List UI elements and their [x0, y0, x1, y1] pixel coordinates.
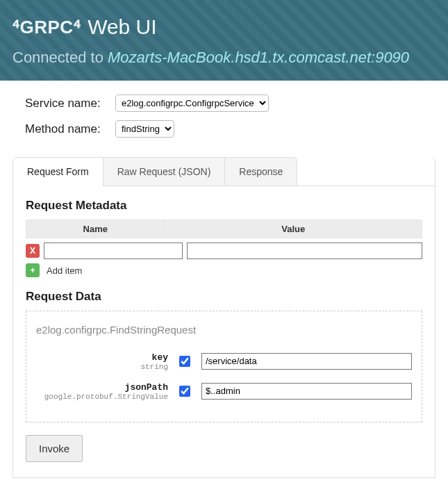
field-input-jsonpath[interactable] — [201, 383, 412, 400]
delete-row-button[interactable]: X — [26, 244, 40, 258]
field-type-jsonpath: google.protobuf.StringValue — [36, 393, 168, 401]
app-title: Web UI — [88, 15, 156, 39]
field-input-key[interactable] — [201, 353, 412, 370]
metadata-value-input[interactable] — [187, 243, 422, 259]
app-header: ⁴GRPC⁴ Web UI Connected to Mozarts-MacBo… — [0, 0, 448, 81]
field-name-key: key — [152, 352, 168, 363]
metadata-col-name: Name — [26, 220, 165, 238]
metadata-col-value: Value — [165, 220, 422, 238]
metadata-header-table: Name Value — [26, 220, 422, 238]
method-name-select[interactable]: findString — [115, 120, 174, 138]
add-row-button[interactable]: + — [26, 263, 40, 277]
connected-label: Connected to — [13, 49, 103, 66]
method-name-label: Method name: — [25, 122, 115, 136]
tab-request-form[interactable]: Request Form — [13, 157, 103, 186]
grpc-logo: ⁴GRPC⁴ — [13, 17, 81, 38]
tabs-container: Request Form Raw Request (JSON) Response… — [13, 157, 435, 478]
request-metadata-title: Request Metadata — [26, 199, 422, 213]
tab-response[interactable]: Response — [225, 157, 297, 186]
field-enable-key[interactable] — [179, 356, 190, 367]
metadata-name-input[interactable] — [44, 243, 183, 259]
controls-section: Service name: e2log.configrpc.ConfigrpcS… — [0, 81, 448, 151]
metadata-row: X — [26, 243, 422, 259]
field-enable-jsonpath[interactable] — [179, 386, 190, 397]
service-name-label: Service name: — [25, 97, 115, 110]
header-title-row: ⁴GRPC⁴ Web UI — [13, 15, 435, 39]
field-row-key: key string — [36, 351, 412, 371]
field-row-jsonpath: jsonPath google.protobuf.StringValue — [36, 381, 412, 401]
tab-raw-request[interactable]: Raw Request (JSON) — [103, 157, 226, 186]
invoke-button[interactable]: Invoke — [26, 435, 83, 462]
connection-target: Mozarts-MacBook.hsd1.tx.comcast.net:9090 — [108, 49, 409, 66]
request-type: e2log.configrpc.FindStringRequest — [36, 324, 412, 336]
request-data-box: e2log.configrpc.FindStringRequest key st… — [26, 311, 422, 422]
field-type-key: string — [36, 363, 168, 371]
request-data-title: Request Data — [26, 290, 422, 304]
add-item-row: + Add item — [26, 263, 422, 277]
connection-row: Connected to Mozarts-MacBook.hsd1.tx.com… — [13, 49, 435, 67]
service-name-select[interactable]: e2log.configrpc.ConfigrpcService — [115, 95, 269, 112]
tab-body: Request Metadata Name Value X + Add item… — [13, 186, 435, 477]
field-name-jsonpath: jsonPath — [125, 382, 168, 393]
tab-bar: Request Form Raw Request (JSON) Response — [13, 157, 435, 186]
add-item-label: Add item — [47, 265, 82, 276]
